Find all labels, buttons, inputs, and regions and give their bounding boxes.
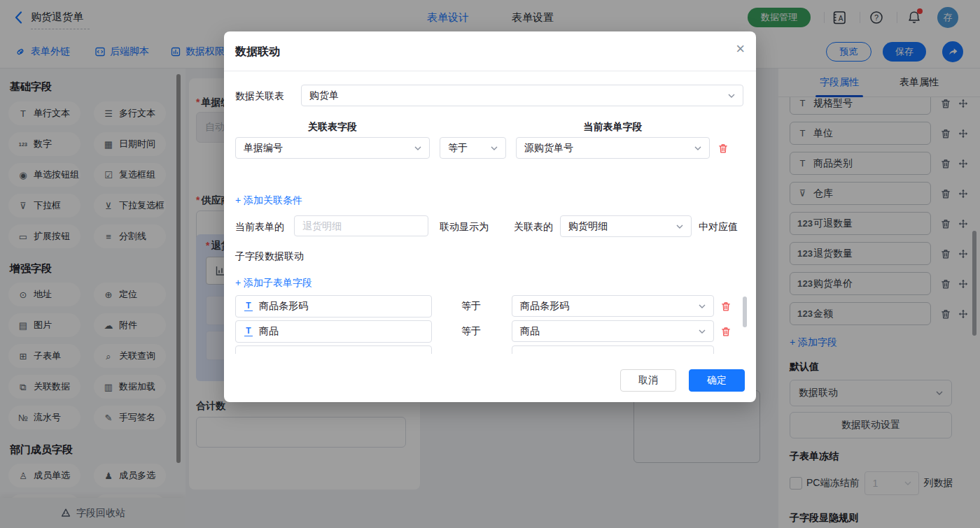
modal-title: 数据联动: [235, 45, 280, 59]
relation-table-label: 数据关联表: [235, 90, 284, 103]
chevron-down-icon: [694, 146, 701, 150]
chevron-down-icon: [414, 146, 421, 150]
subfield-section-title: 子字段数据联动: [235, 250, 304, 263]
chevron-down-icon: [676, 224, 683, 229]
subfield-operator: 等于: [461, 325, 481, 338]
linkage-table-prefix-label: 关联表的: [514, 221, 553, 234]
add-subfield-link[interactable]: + 添加子表单字段: [235, 277, 312, 290]
subfield-operator: 等于: [461, 300, 481, 313]
modal-header-divider: [224, 71, 756, 71]
subfield-row: T 商品条形码 等于 商品条形码: [224, 295, 756, 317]
subfield-value-select[interactable]: 商品条形码: [512, 295, 714, 317]
delete-condition-icon[interactable]: [718, 143, 728, 154]
relation-table-select[interactable]: 购货单: [301, 85, 743, 106]
linkage-table-field-select[interactable]: 购货明细: [560, 215, 692, 237]
delete-subfield-icon[interactable]: [721, 301, 731, 312]
subfield-name-box[interactable]: T 商品条形码: [235, 295, 432, 317]
confirm-button[interactable]: 确定: [689, 369, 745, 392]
subfield-row-partial: [224, 345, 756, 354]
add-condition-link[interactable]: + 添加关联条件: [235, 194, 302, 207]
chevron-down-icon: [699, 329, 706, 334]
data-linkage-modal: 数据联动 × 数据关联表 购货单 关联表字段 当前表单字段 单据编号 等于 源购…: [224, 31, 756, 402]
linkage-suffix-label: 中对应值: [699, 221, 738, 234]
chevron-down-icon: [728, 94, 735, 98]
cancel-button[interactable]: 取消: [620, 369, 676, 392]
single-line-text-icon: T: [244, 301, 253, 311]
subfield-name: 商品条形码: [259, 300, 308, 313]
close-icon[interactable]: ×: [736, 41, 745, 57]
related-table-field-header: 关联表字段: [235, 121, 430, 134]
current-form-field-header: 当前表单字段: [516, 121, 710, 134]
condition-left-select[interactable]: 单据编号: [235, 137, 430, 159]
subfield-row-list: T 商品条形码 等于 商品条形码: [224, 295, 756, 343]
subfield-name: 商品: [259, 325, 279, 338]
app-window: 购货退货单 表单设计 表单设置 数据管理 A ? 存 表单外链 后端脚本: [0, 0, 980, 528]
linkage-prefix-label: 当前表单的: [235, 221, 284, 234]
chevron-down-icon: [699, 304, 706, 308]
condition-right-select[interactable]: 源购货单号: [516, 137, 710, 159]
linkage-middle-label: 联动显示为: [440, 221, 489, 234]
chevron-down-icon: [491, 146, 498, 150]
subfield-value-select[interactable]: 商品: [512, 320, 714, 342]
subfield-scrollbar[interactable]: [743, 297, 747, 327]
subfield-row: T 商品 等于 商品: [224, 320, 756, 343]
subfield-rows: T 商品条形码 等于 商品条形码: [224, 295, 756, 354]
subfield-name-box[interactable]: T 商品: [235, 320, 432, 343]
display-field-input[interactable]: [294, 215, 428, 236]
condition-operator-select[interactable]: 等于: [440, 137, 506, 159]
delete-subfield-icon[interactable]: [721, 327, 731, 337]
single-line-text-icon: T: [244, 327, 253, 336]
